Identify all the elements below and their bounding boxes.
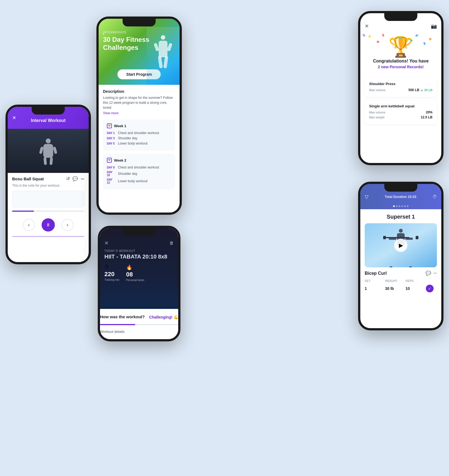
p1-title: Interval Workout — [31, 118, 66, 123]
record-label-weight-2: Max weight — [369, 116, 385, 119]
camera-button[interactable]: 📷 — [431, 23, 437, 29]
chevron-down-icon[interactable]: ▽ — [365, 194, 369, 200]
p5-table-header: SET WEIGHT REPS — [365, 279, 437, 282]
p3-confetti — [360, 32, 441, 60]
p4-slider-fill — [100, 324, 135, 325]
p4-difficulty-slider[interactable] — [100, 324, 178, 325]
timer-icon: ⏱ — [104, 264, 109, 270]
timer-button[interactable]: ⏱ — [432, 194, 437, 199]
next-button[interactable]: › — [61, 219, 74, 231]
p1-note-text: This is the note for your workout. — [8, 183, 89, 191]
play-button[interactable]: ▶ — [394, 239, 407, 252]
p5-page-dots — [360, 203, 441, 209]
p1-progress-fill — [12, 211, 34, 212]
set-number: 1 — [365, 286, 383, 291]
p2-description-title: Description — [103, 89, 175, 94]
p4-stats-row: ⏱ 220 Training min 🔥 08 Personal bests — [100, 264, 178, 282]
record-name-1: Shoulder Press — [369, 82, 432, 86]
p4-workout-rating-popup: How was the workout? Challenging! 💪 Work… — [98, 309, 180, 339]
day-row-3: DAY 3 Shoulder day — [107, 136, 171, 140]
p5-content-area: Superset 1 — [360, 209, 441, 297]
p1-controls: ‹ ⏸ › — [8, 214, 89, 236]
record-card-kettlebell: Single arm kettlebell squat Max volume 2… — [365, 100, 437, 124]
set-reps: 10 — [405, 286, 424, 291]
more-icon[interactable]: ••• — [81, 177, 84, 181]
p1-input-area[interactable] — [12, 191, 84, 207]
p4-workout-label: TODAY'S WORKOUT — [100, 249, 178, 252]
duration-value: 10:23 — [408, 195, 416, 199]
p5-exercise-video: ▶ — [365, 223, 437, 267]
day-5-label: DAY 5 — [107, 142, 116, 145]
prev-button[interactable]: ‹ — [23, 219, 35, 231]
week-1-card: 📅 Week 1 DAY 1 Chest and shoulder workou… — [103, 119, 175, 151]
p4-popup-header: How was the workout? Challenging! 💪 — [100, 314, 178, 320]
view-more-link[interactable]: View more — [103, 111, 175, 115]
p5-exercise-name: Bicep Curl — [365, 271, 387, 276]
dot-6 — [407, 205, 409, 207]
day-8-label: DAY 8 — [107, 166, 116, 169]
p5-superset-title: Superset 1 — [365, 214, 437, 220]
p4-personal-value: 08 — [126, 271, 133, 278]
replay-icon[interactable]: ↺ — [66, 176, 70, 181]
p2-description-text: Looking to get in shape for the summer? … — [103, 95, 175, 110]
p3-header: ✕ 📷 — [360, 13, 441, 32]
p2-hero-section: ‹ INTERMEDIATE 30 Day Fitness Challenges… — [99, 19, 180, 85]
p1-action-icons: ↺ 💬 ••• — [66, 176, 84, 181]
p4-popup-answer: Challenging! 💪 — [149, 315, 178, 319]
day-row-12: DAY 12 Lower body workout — [107, 178, 171, 184]
close-button[interactable]: ✕ — [365, 23, 369, 29]
p5-exercise-row: Bicep Curl 💬 ••• — [365, 271, 437, 276]
dot-1 — [393, 205, 395, 207]
dot-5 — [404, 205, 406, 207]
week-2-header: 📅 Week 2 — [107, 158, 171, 163]
p1-progress-bar — [12, 211, 84, 212]
record-value-volume: 500 LB ▲ 30 LB — [409, 88, 432, 92]
p4-training-value: 220 — [104, 271, 115, 278]
p4-stat-training: ⏱ 220 Training min — [104, 264, 120, 282]
day-8-workout: Chest and shoulder workout — [118, 165, 159, 169]
p3-trophy-section: 🏆 Congratulations! You have 2 new Person… — [360, 32, 441, 78]
p4-header: ✕ 🗑 — [100, 228, 178, 249]
dot-4 — [401, 205, 403, 207]
day-3-label: DAY 3 — [107, 137, 116, 140]
day-1-workout: Chest and shoulder workout — [118, 131, 159, 135]
p5-exercise-action-icons: 💬 ••• — [426, 271, 437, 276]
day-5-workout: Lower body workout — [118, 142, 147, 145]
calendar-icon: 📅 — [107, 123, 112, 128]
close-button[interactable]: ✕ — [104, 240, 109, 246]
p4-training-label: Training min — [104, 278, 120, 281]
record-value-volume-2: 20% — [426, 110, 432, 114]
record-card-shoulder-press: Shoulder Press Max volume 500 LB ▲ 30 LB — [365, 78, 437, 97]
comment-icon[interactable]: 💬 — [426, 271, 431, 276]
comment-icon[interactable]: 💬 — [72, 176, 78, 181]
pause-button[interactable]: ⏸ — [42, 218, 55, 232]
p1-header: ✕ Interval Workout — [8, 107, 89, 129]
more-options-icon[interactable]: ••• — [433, 271, 437, 275]
record-value-weight-2: 12.5 LB — [421, 115, 432, 119]
p4-personal-label: Personal bests — [126, 279, 144, 282]
records-count-text: 2 new Personal Records! — [378, 65, 424, 69]
p2-content-area: Description Looking to get in shape for … — [99, 85, 180, 213]
day-10-workout: Shoulder day — [118, 172, 137, 176]
week-1-header: 📅 Week 1 — [107, 123, 171, 128]
p2-hero-title: 30 Day Fitness Challenges — [103, 36, 180, 52]
phone-hiit-workout: ✕ 🗑 TODAY'S WORKOUT HIIT - TABATA 20:10 … — [98, 226, 180, 341]
record-label-volume-2: Max volume — [369, 111, 385, 114]
record-row-2b: Max weight 12.5 LB — [369, 115, 432, 119]
day-3-workout: Shoulder day — [118, 136, 137, 140]
p1-video-inner — [8, 129, 89, 173]
record-increase-volume: ▲ 30 LB — [420, 88, 432, 92]
set-done-check[interactable]: ✓ — [426, 285, 434, 292]
p4-workout-details[interactable]: Workout details — [100, 330, 178, 334]
phone-superset: ▽ Total Duration 10:23 ⏱ Superset 1 — [358, 182, 443, 330]
calendar-icon-2: 📅 — [107, 158, 112, 163]
delete-button[interactable]: 🗑 — [169, 241, 174, 246]
record-row-1: Max volume 500 LB ▲ 30 LB — [369, 88, 432, 92]
close-button[interactable]: ✕ — [12, 115, 16, 121]
day-1-label: DAY 1 — [107, 132, 116, 135]
dot-3 — [399, 205, 400, 207]
p4-stat-personal: 🔥 08 Personal bests — [126, 264, 144, 282]
p4-dark-background: ✕ 🗑 TODAY'S WORKOUT HIIT - TABATA 20:10 … — [100, 228, 178, 339]
phone-interval-workout: ✕ Interval Workout Bosu Ball Squat — [6, 105, 91, 264]
record-row-2a: Max volume 20% — [369, 110, 432, 114]
